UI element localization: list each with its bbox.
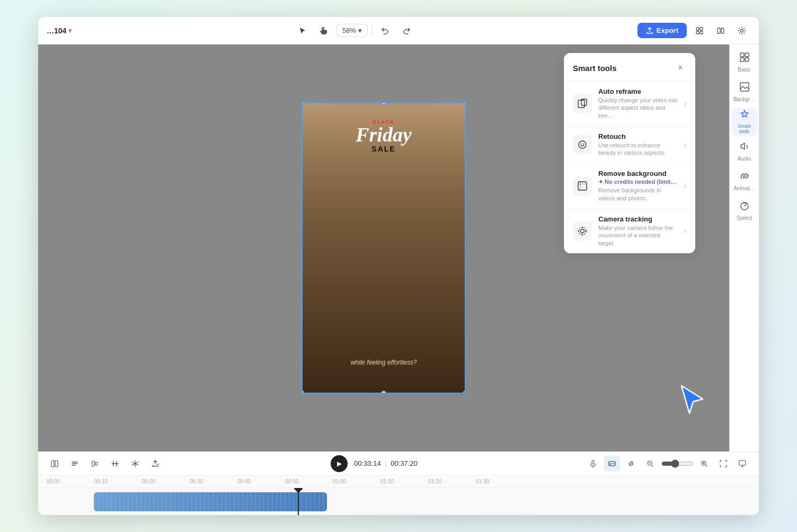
mic-button[interactable]: [585, 456, 601, 472]
side-panel-smart-tools[interactable]: Smarttools: [732, 108, 757, 136]
zoom-slider[interactable]: [661, 459, 693, 468]
main-area: BLACK Friday SALE while feeling effortle…: [38, 45, 759, 451]
smart-tools-label: Smarttools: [738, 124, 750, 135]
redo-button[interactable]: [398, 22, 415, 39]
cut-button[interactable]: [127, 456, 143, 472]
smart-tools-header: Smart tools ×: [564, 53, 695, 81]
auto-reframe-item[interactable]: Auto reframe Quickly change your video i…: [564, 81, 695, 126]
fit-to-screen-button[interactable]: [715, 456, 731, 472]
speed-icon: [739, 200, 750, 214]
svg-rect-17: [578, 182, 587, 190]
ruler-mark-1: 00:10: [94, 478, 142, 484]
resize-handle-bm[interactable]: [381, 391, 386, 394]
ruler-mark-6: 01:00: [333, 478, 380, 484]
side-panel-speed[interactable]: Speed: [732, 197, 757, 225]
play-button[interactable]: ▶: [331, 455, 348, 472]
retouch-arrow: ›: [684, 140, 687, 149]
camera-tracking-arrow: ›: [684, 227, 687, 235]
video-content: BLACK Friday SALE while feeling effortle…: [303, 103, 465, 393]
zoom-dropdown[interactable]: 58% ▾: [336, 24, 368, 37]
svg-point-14: [579, 141, 586, 148]
hand-tool-button[interactable]: [315, 22, 332, 39]
smart-tools-close-button[interactable]: ×: [674, 61, 687, 74]
playhead[interactable]: [298, 488, 299, 515]
link-button[interactable]: [623, 456, 639, 472]
svg-rect-1: [700, 28, 703, 30]
side-panel-background[interactable]: Backgr…: [732, 78, 757, 106]
timeline-right: [585, 456, 750, 472]
dropdown-chevron-icon[interactable]: ▾: [68, 27, 72, 34]
divider: [372, 25, 373, 36]
timeline-controls: ▶ 00:33:14 | 00:37:20: [38, 452, 759, 475]
auto-reframe-title: Auto reframe: [598, 87, 678, 95]
select-tool-button[interactable]: [294, 22, 311, 39]
audio-label: Audio: [738, 156, 751, 162]
split-tool-button[interactable]: [47, 456, 63, 472]
undo-button[interactable]: [377, 22, 394, 39]
auto-reframe-desc: Quickly change your video into different…: [598, 96, 678, 119]
svg-rect-30: [95, 462, 98, 465]
svg-rect-5: [721, 28, 724, 33]
ruler-mark-5: 00:50: [285, 478, 333, 484]
ruler-mark-7: 01:10: [380, 478, 428, 484]
ruler-mark-0: 00:00: [47, 478, 94, 484]
export-button[interactable]: Export: [637, 23, 687, 38]
remove-background-title: Remove background: [598, 170, 678, 178]
top-bar-right: Export: [637, 22, 750, 39]
remove-background-content: Remove background ✦ No credits needed (l…: [598, 170, 678, 202]
camera-tracking-content: Camera tracking Make your camera follow …: [598, 215, 678, 247]
retouch-title: Retouch: [598, 132, 678, 140]
retouch-desc: Use retouch to enhance beauty in various…: [598, 141, 678, 157]
svg-point-15: [581, 143, 582, 144]
background-icon: [739, 82, 750, 95]
ruler-marks: 00:00 00:10 00:20 00:30 00:40 00:50 01:0…: [47, 478, 750, 484]
background-label: Backgr…: [733, 96, 755, 103]
svg-rect-23: [745, 58, 749, 61]
smart-tools-icon: [739, 109, 750, 122]
smart-tools-panel: Smart tools × Auto reframe Quickly chang…: [564, 53, 695, 253]
camera-tracking-title: Camera tracking: [598, 215, 678, 223]
ruler-mark-4: 00:40: [237, 478, 285, 484]
svg-rect-28: [55, 460, 58, 467]
timeline-align-button[interactable]: [87, 456, 103, 472]
side-panel-basic[interactable]: Basic: [732, 49, 757, 76]
captions-button[interactable]: [604, 456, 620, 472]
zoom-in-button[interactable]: [696, 456, 712, 472]
retouch-content: Retouch Use retouch to enhance beauty in…: [598, 132, 678, 157]
video-clip[interactable]: BLACK Friday SALE while feeling effortle…: [302, 102, 466, 394]
ruler-mark-8: 01:20: [428, 478, 476, 484]
zoom-chevron-icon: ▾: [358, 26, 362, 34]
remove-background-credits: ✦ No credits needed (limit…: [598, 179, 678, 185]
remove-background-icon: [573, 176, 592, 196]
svg-rect-22: [740, 58, 744, 61]
zoom-out-button[interactable]: [642, 456, 658, 472]
trim-button[interactable]: [107, 456, 123, 472]
columns-icon-button[interactable]: [712, 22, 729, 39]
svg-rect-2: [696, 31, 699, 34]
display-options-button[interactable]: [734, 456, 750, 472]
side-panel-animate[interactable]: Animat…: [732, 167, 757, 195]
ruler-mark-3: 00:30: [190, 478, 237, 484]
camera-tracking-desc: Make your camera follow the movement of …: [598, 224, 678, 247]
side-panel-audio[interactable]: Audio: [732, 138, 757, 165]
ruler-mark-2: 00:20: [142, 478, 190, 484]
export-timeline-button[interactable]: [147, 456, 163, 472]
remove-background-desc: Remove backgrounds in videos and photos.: [598, 187, 678, 202]
auto-reframe-icon: [573, 94, 592, 113]
layout-icon-button[interactable]: [691, 22, 708, 39]
auto-reframe-arrow: ›: [684, 99, 687, 108]
top-bar: …104 ▾ 58% ▾ Export: [38, 17, 759, 45]
audio-split-button[interactable]: [67, 456, 83, 472]
svg-point-18: [581, 229, 585, 233]
top-bar-center: 58% ▾: [78, 22, 631, 39]
ruler-mark-9: 01:30: [476, 478, 524, 484]
settings-icon-button[interactable]: [733, 22, 750, 39]
timeline-track[interactable]: [38, 488, 759, 515]
camera-tracking-item[interactable]: Camera tracking Make your camera follow …: [564, 209, 695, 253]
retouch-item[interactable]: Retouch Use retouch to enhance beauty in…: [564, 126, 695, 164]
video-subtitle: while feeling effortless?: [303, 359, 465, 366]
track-clip[interactable]: [94, 492, 327, 511]
smart-tools-title: Smart tools: [573, 64, 617, 73]
remove-background-item[interactable]: Remove background ✦ No credits needed (l…: [564, 163, 695, 209]
svg-rect-35: [739, 460, 746, 465]
